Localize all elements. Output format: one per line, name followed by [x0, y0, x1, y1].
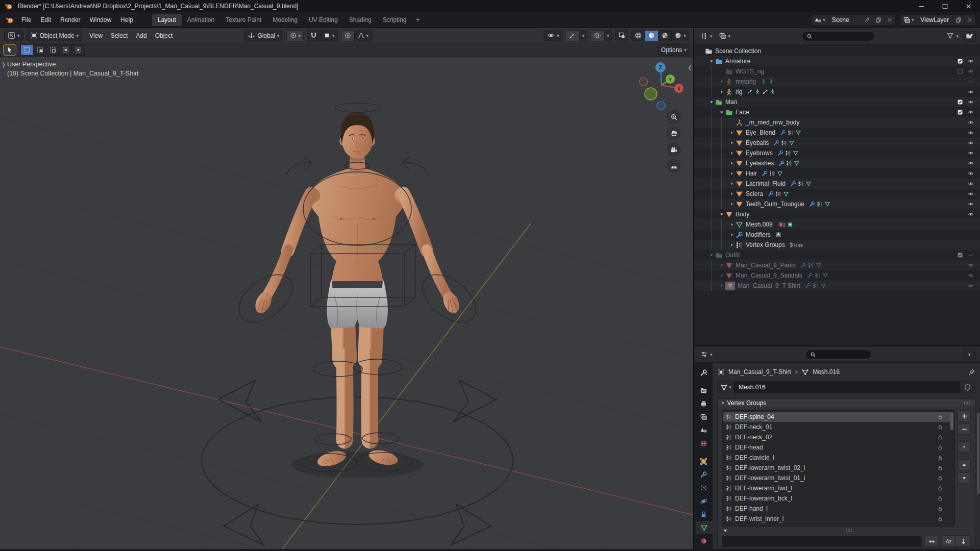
- eye-closed-icon[interactable]: [968, 252, 974, 258]
- lock-icon[interactable]: [937, 485, 943, 491]
- list-scrollbar[interactable]: [950, 413, 953, 430]
- list-expand-icon[interactable]: [723, 528, 728, 533]
- vertex-groups-panel-header[interactable]: ▾ Vertex Groups: [718, 399, 975, 407]
- outliner-row[interactable]: Modifiers: [694, 230, 980, 240]
- expander-icon[interactable]: [718, 79, 725, 84]
- zoom-button[interactable]: [667, 110, 681, 124]
- workspace-tab-texture-paint[interactable]: Texture Paint: [220, 14, 267, 26]
- eye-icon[interactable]: [968, 130, 974, 136]
- outliner-row[interactable]: WGTS_rig: [694, 66, 980, 77]
- outliner-row[interactable]: rig: [694, 87, 980, 97]
- viewport-menu-object[interactable]: Object: [151, 32, 177, 39]
- shading-wireframe-button[interactable]: [632, 31, 645, 41]
- pan-button[interactable]: [667, 126, 681, 140]
- vertex-group-specials-button[interactable]: ▾: [958, 441, 971, 453]
- active-tool-button[interactable]: [3, 44, 16, 56]
- outliner-row[interactable]: Man_Casual_9_Sandals: [694, 270, 980, 281]
- expander-icon[interactable]: [728, 130, 736, 135]
- vertex-group-row[interactable]: DEF-lowerarm_bck_l: [723, 493, 953, 504]
- eye-icon[interactable]: [968, 283, 974, 289]
- vertex-group-row[interactable]: DEF-lowerarm_twist_01_l: [723, 473, 953, 483]
- eye-icon[interactable]: [968, 140, 974, 146]
- mode-dropdown[interactable]: Object Mode ▾: [27, 30, 83, 41]
- show-gizmo-toggle[interactable]: [566, 31, 579, 41]
- properties-options-button[interactable]: ▾: [963, 349, 976, 360]
- lock-icon[interactable]: [937, 455, 943, 461]
- show-overlays-toggle[interactable]: [591, 31, 604, 41]
- gizmo-dropdown[interactable]: ▾: [579, 31, 587, 41]
- outliner-row[interactable]: Man_Casual_9_Pants: [694, 260, 980, 270]
- eye-icon[interactable]: [968, 119, 974, 126]
- outliner-row[interactable]: Eyebrows: [694, 148, 980, 158]
- scene-type-button[interactable]: ▾: [812, 15, 828, 25]
- expander-icon[interactable]: [728, 171, 736, 176]
- outliner-row[interactable]: Outfit: [694, 250, 980, 260]
- properties-tab-particles[interactable]: [694, 481, 713, 494]
- eye-icon[interactable]: [968, 201, 974, 207]
- options-dropdown[interactable]: Options▾: [657, 44, 690, 56]
- expander-icon[interactable]: [728, 181, 736, 186]
- expander-icon[interactable]: [728, 242, 736, 247]
- vertex-group-row[interactable]: DEF-hand_l: [723, 504, 953, 514]
- outliner-row[interactable]: Mesh.0082: [694, 219, 980, 230]
- filter-invert-button[interactable]: [924, 536, 939, 547]
- properties-tab-scene[interactable]: [694, 423, 713, 437]
- select-subtract-button[interactable]: [46, 45, 59, 55]
- copy-scene-button[interactable]: [873, 15, 884, 25]
- properties-tab-constraints[interactable]: [694, 508, 713, 521]
- properties-tab-world[interactable]: [694, 437, 713, 450]
- workspace-tab-modeling[interactable]: Modeling: [267, 14, 303, 26]
- toolbar-expand-arrow[interactable]: ❯: [2, 62, 6, 67]
- properties-tab-data[interactable]: [696, 521, 713, 534]
- lock-icon[interactable]: [937, 414, 943, 420]
- expander-icon[interactable]: [728, 222, 736, 227]
- workspace-tab-animation[interactable]: Animation: [182, 14, 220, 26]
- workspace-tab-scripting[interactable]: Scripting: [377, 14, 412, 26]
- scene-name[interactable]: Scene: [828, 16, 862, 23]
- properties-tab-physics[interactable]: [694, 494, 713, 508]
- lock-icon[interactable]: [937, 434, 943, 440]
- menu-render[interactable]: Render: [56, 14, 85, 26]
- properties-tab-render[interactable]: [694, 384, 713, 397]
- eye-icon[interactable]: [968, 58, 974, 64]
- xray-toggle[interactable]: [615, 30, 628, 41]
- falloff-dropdown[interactable]: ▾: [355, 31, 372, 41]
- workspace-tab-layout[interactable]: Layout: [152, 14, 182, 26]
- eye-icon[interactable]: [968, 109, 974, 115]
- lock-icon[interactable]: [937, 506, 943, 512]
- vertex-group-row[interactable]: DEF-neck_01: [723, 422, 953, 432]
- expander-icon[interactable]: [718, 273, 725, 278]
- outliner-filter-button[interactable]: ▾: [944, 31, 961, 42]
- outliner-row[interactable]: Teeth_Gum_Toungue: [694, 199, 980, 209]
- outliner-row[interactable]: _m_med_nrw_body: [694, 117, 980, 128]
- expander-icon[interactable]: [728, 161, 736, 166]
- expander-icon[interactable]: [718, 212, 725, 217]
- outliner-row[interactable]: Vertex Groups449: [694, 240, 980, 250]
- expander-icon[interactable]: [718, 110, 725, 115]
- outliner-search[interactable]: [802, 31, 875, 41]
- minimize-button[interactable]: [910, 0, 933, 12]
- expander-icon[interactable]: [707, 59, 715, 64]
- outliner-row[interactable]: metarig: [694, 77, 980, 87]
- viewport-menu-view[interactable]: View: [85, 32, 107, 39]
- snap-toggle[interactable]: [307, 31, 321, 41]
- expander-icon[interactable]: [707, 99, 715, 105]
- eye-icon[interactable]: [968, 262, 974, 268]
- outliner-row[interactable]: Sclera: [694, 189, 980, 199]
- outliner-row[interactable]: Hair: [694, 168, 980, 179]
- select-extend-button[interactable]: [34, 45, 46, 55]
- eye-icon[interactable]: [968, 211, 974, 217]
- expander-icon[interactable]: [718, 89, 725, 94]
- eye-icon[interactable]: [968, 89, 974, 95]
- transform-orientation-dropdown[interactable]: Global ▾: [244, 30, 283, 41]
- select-invert-button[interactable]: [59, 45, 72, 55]
- datablock-name-field[interactable]: Mesh.016: [734, 381, 960, 393]
- outliner-row[interactable]: Scene Collection: [694, 46, 980, 56]
- shading-solid-button[interactable]: [645, 31, 658, 41]
- menu-file[interactable]: File: [17, 14, 36, 26]
- outliner-row[interactable]: Eye_Blend: [694, 128, 980, 138]
- maximize-button[interactable]: [933, 0, 957, 12]
- navigation-gizmo[interactable]: Z Y X: [636, 59, 687, 110]
- outliner-row[interactable]: Armature: [694, 56, 980, 66]
- vertex-group-row[interactable]: DEF-lowerarm_fwd_l: [723, 483, 953, 493]
